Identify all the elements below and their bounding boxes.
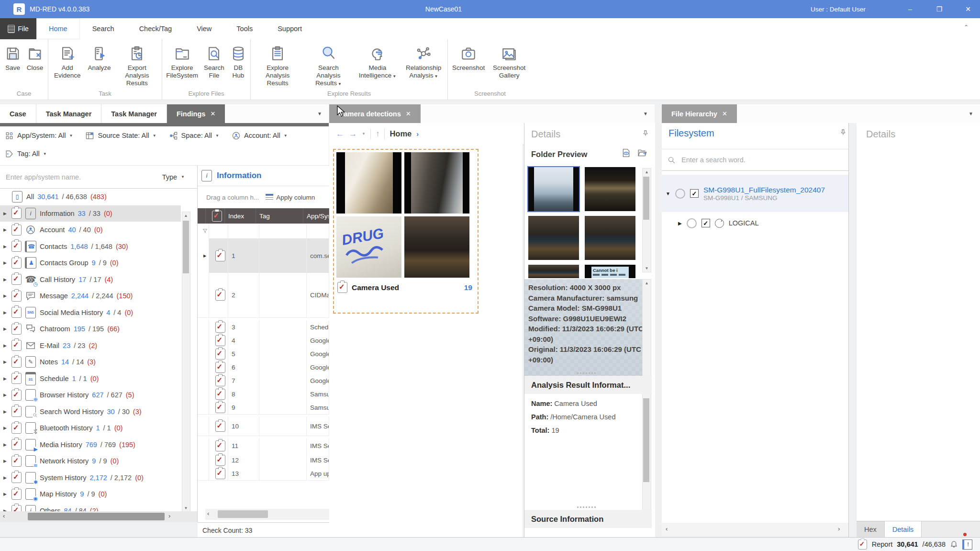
category-account[interactable]: ▶ ✓ Account40/ 40(0) bbox=[0, 222, 181, 238]
expand-icon[interactable]: ▶ bbox=[3, 260, 8, 265]
report-check-icon[interactable]: ✓ bbox=[11, 208, 22, 219]
tree-child-node-logical[interactable]: ▶ ✓ LOGICAL bbox=[662, 213, 848, 233]
row-check-icon[interactable]: ✓ bbox=[215, 362, 225, 373]
tab-list-dropdown-icon[interactable]: ▼ bbox=[643, 111, 655, 116]
tab-home[interactable]: Home bbox=[36, 18, 80, 39]
report-check-icon[interactable]: ✓ bbox=[11, 225, 22, 236]
close-tab-icon[interactable]: ✕ bbox=[210, 110, 215, 117]
table-row-13[interactable]: ✓ 13App upd bbox=[198, 467, 329, 481]
tab-file-hierarchy[interactable]: File Hierarchy ✕ bbox=[662, 104, 737, 123]
photo-thumbnail-graffiti[interactable]: DRUG bbox=[336, 216, 401, 278]
report-check-icon[interactable]: ✓ bbox=[11, 423, 22, 434]
tab-hex[interactable]: Hex bbox=[857, 521, 885, 538]
table-row-10[interactable]: ✓ 10IMS Ser bbox=[198, 416, 329, 436]
category-contacts[interactable]: ▶ ✓ ☎ Contacts1,648/ 1,648(30) bbox=[0, 238, 181, 255]
column-app-system[interactable]: App/Sys bbox=[303, 208, 329, 224]
category-email[interactable]: ▶ ✓ E-Mail23/ 23(2) bbox=[0, 337, 181, 354]
pin-icon[interactable] bbox=[840, 129, 846, 137]
relationship-analysis-button[interactable]: Relationship Analysis▼ bbox=[401, 42, 445, 81]
category-chatroom[interactable]: ▶ ✓ Chatroom195/ 195(66) bbox=[0, 321, 181, 337]
nav-back-icon[interactable]: ← bbox=[336, 129, 344, 139]
report-check-icon[interactable]: ✓ bbox=[11, 291, 22, 302]
filter-account[interactable]: Account: All▼ bbox=[232, 131, 288, 140]
category-notes[interactable]: ▶ ✓ ✎ Notes14/ 14(3) bbox=[0, 354, 181, 371]
expand-icon[interactable]: ▶ bbox=[3, 426, 8, 430]
category-information[interactable]: ▶ ✓ i Information33/ 33(0) bbox=[0, 205, 181, 222]
expand-icon[interactable]: ▶ bbox=[3, 326, 8, 331]
photo-thumbnail-conference[interactable] bbox=[404, 216, 469, 278]
report-check-icon[interactable]: ✓ bbox=[11, 489, 22, 500]
row-check-icon[interactable]: ✓ bbox=[215, 290, 225, 301]
db-hub-button[interactable]: DB Hub bbox=[228, 42, 249, 80]
save-button[interactable]: Save bbox=[2, 42, 23, 73]
category-media-history[interactable]: ▶ ✓ ▶ Media History769/ 769(195) bbox=[0, 437, 181, 453]
expand-icon[interactable]: ▶ bbox=[3, 343, 8, 348]
filter-source-state[interactable]: Source State: All▼ bbox=[85, 131, 156, 140]
node-checkbox[interactable]: ✓ bbox=[690, 189, 699, 198]
tab-case[interactable]: Case bbox=[0, 104, 36, 123]
tab-list-dropdown-icon[interactable]: ▼ bbox=[317, 111, 329, 116]
tab-search[interactable]: Search bbox=[80, 18, 127, 39]
expand-icon[interactable]: ▶ bbox=[3, 360, 8, 364]
app-system-search-input[interactable] bbox=[5, 173, 162, 181]
report-check-icon[interactable]: ✓ bbox=[11, 340, 22, 351]
preview-document-icon[interactable] bbox=[621, 148, 631, 158]
table-row-7[interactable]: ✓ 7Google bbox=[198, 374, 329, 388]
preview-thumbnail-slide-selected[interactable] bbox=[528, 167, 579, 211]
table-row-4[interactable]: ✓ 4Google bbox=[198, 334, 329, 348]
close-case-button[interactable]: Close bbox=[24, 42, 46, 73]
report-check-icon[interactable]: ✓ bbox=[11, 274, 22, 285]
report-check-icon[interactable]: ✓ bbox=[11, 406, 22, 417]
column-tag[interactable]: Tag bbox=[256, 208, 303, 224]
tab-view[interactable]: View bbox=[184, 18, 224, 39]
report-check-icon[interactable]: ✓ bbox=[11, 439, 22, 450]
category-contacts-group[interactable]: ▶ ✓ ♟ Contacts Group9/ 9(0) bbox=[0, 255, 181, 271]
photo-thumbnail-door[interactable] bbox=[404, 152, 469, 214]
column-index[interactable]: Index bbox=[225, 208, 256, 224]
expand-icon[interactable]: ▶ bbox=[3, 393, 8, 397]
category-bluetooth-history[interactable]: ▶ ✓ Bluetooth History1/ 1(0) bbox=[0, 420, 181, 437]
collapse-ribbon-icon[interactable]: ⌃ bbox=[964, 24, 969, 31]
filter-tag[interactable]: Tag: All▼ bbox=[5, 149, 47, 158]
tab-task-manager-1[interactable]: Task Manager bbox=[36, 104, 102, 123]
splitter-handle[interactable] bbox=[577, 506, 596, 508]
minimize-button[interactable]: – bbox=[899, 0, 921, 18]
category-system-history[interactable]: ▶ ✓ ✱ System History2,172/ 2,172(0) bbox=[0, 470, 181, 486]
report-check-icon[interactable]: ✓ bbox=[11, 390, 22, 401]
sidebar-vertical-scrollbar[interactable]: ▲ ▼ bbox=[182, 212, 190, 512]
row-check-icon[interactable]: ✓ bbox=[215, 402, 225, 413]
tab-details[interactable]: Details bbox=[885, 521, 922, 538]
category-call-history[interactable]: ▶ ✓ ☎◷ Call History17/ 17(4) bbox=[0, 271, 181, 288]
report-check-icon[interactable]: ✓ bbox=[11, 373, 22, 384]
table-row-2[interactable]: ✓ 2CIDMan bbox=[198, 273, 329, 318]
row-check-icon[interactable]: ✓ bbox=[215, 421, 225, 432]
row-check-icon[interactable]: ✓ bbox=[215, 335, 225, 346]
details-scrollbar[interactable]: ▲ ▼ bbox=[642, 279, 651, 526]
filter-app-system[interactable]: App/System: All▼ bbox=[5, 131, 73, 140]
breadcrumb-chevron-icon[interactable]: › bbox=[416, 130, 419, 138]
expand-icon[interactable]: ▶ bbox=[3, 227, 8, 232]
report-check-icon[interactable]: ✓ bbox=[11, 472, 22, 483]
tab-check-tag[interactable]: Check/Tag bbox=[127, 18, 185, 39]
row-check-icon[interactable]: ✓ bbox=[215, 440, 225, 451]
add-evidence-button[interactable]: Add Evidence bbox=[50, 42, 85, 80]
filter-row[interactable] bbox=[198, 224, 329, 239]
category-map-history[interactable]: ▶ ✓ ◉ Map History9/ 9(0) bbox=[0, 486, 181, 503]
preview-thumbnail-conference-2[interactable] bbox=[585, 216, 635, 260]
category-message[interactable]: ▶ ✓ Message2,244/ 2,244(150) bbox=[0, 288, 181, 304]
export-analysis-results-button[interactable]: Export Analysis Results bbox=[114, 42, 160, 88]
filesystem-search-input[interactable] bbox=[680, 156, 844, 164]
report-check-icon[interactable]: ✓ bbox=[11, 357, 22, 368]
tab-findings[interactable]: Findings ✕ bbox=[167, 104, 225, 123]
nav-forward-icon[interactable]: → bbox=[349, 129, 357, 139]
node-checkbox[interactable]: ✓ bbox=[702, 219, 710, 227]
apply-column-button[interactable]: Apply column bbox=[266, 194, 315, 201]
analyze-button[interactable]: Analyze bbox=[86, 42, 113, 73]
open-folder-export-icon[interactable] bbox=[637, 148, 647, 158]
expand-icon[interactable]: ▶ bbox=[3, 376, 8, 381]
category-network-history[interactable]: ▶ ✓ ≋ Network History9/ 9(0) bbox=[0, 453, 181, 470]
filter-space[interactable]: Space: All▼ bbox=[169, 131, 219, 140]
explore-analysis-results-button[interactable]: Explore Analysis Results bbox=[253, 42, 302, 88]
screenshot-button[interactable]: Screenshot bbox=[450, 42, 487, 73]
search-analysis-results-button[interactable]: Search Analysis Results▼ bbox=[303, 42, 353, 89]
